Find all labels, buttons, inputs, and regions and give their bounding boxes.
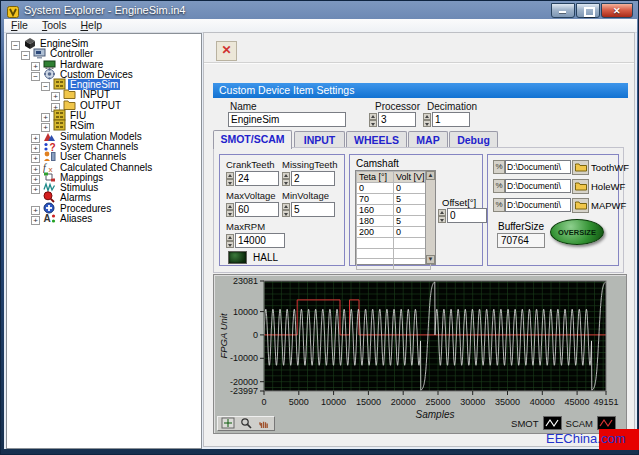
table-cell[interactable]: 160	[357, 205, 394, 216]
crankteeth-input[interactable]	[235, 171, 279, 186]
table-row[interactable]	[357, 259, 431, 270]
tree-item-simulation-models[interactable]: +Simulation Models	[7, 130, 201, 140]
maxrpm-spinner[interactable]	[226, 234, 234, 248]
table-cell[interactable]	[357, 238, 394, 249]
name-label: Name	[230, 101, 257, 112]
aliases-icon: A	[43, 212, 56, 224]
folder-icon	[575, 182, 587, 191]
maximize-button[interactable]	[576, 3, 600, 18]
tree-item-system-channels[interactable]: +?System Channels	[7, 140, 201, 150]
waveform-plot: 23081100000-10000-20000-2399705000100001…	[214, 275, 626, 433]
table-cell[interactable]: 0	[357, 183, 394, 194]
tab-wheels[interactable]: WHEELS	[346, 131, 407, 148]
table-cell[interactable]: 200	[357, 227, 394, 238]
processor-spinner[interactable]	[369, 113, 377, 127]
tree-item-output[interactable]: +OUTPUT	[7, 99, 201, 109]
camshaft-table[interactable]: Teta [°]Volt [V]00705160018052000▲▼	[355, 170, 436, 265]
close-button[interactable]: ✕	[601, 3, 633, 18]
plot-area[interactable]: 23081100000-10000-20000-2399705000100001…	[214, 275, 626, 433]
menu-tools[interactable]: Tools	[35, 19, 74, 32]
camshaft-table-grid[interactable]: Teta [°]Volt [V]00705160018052000	[356, 171, 431, 270]
table-row[interactable]: 2000	[357, 227, 431, 238]
tree-item-rsim[interactable]: +RSim	[7, 119, 201, 129]
table-cell[interactable]: 180	[357, 216, 394, 227]
scroll-down-icon[interactable]: ▼	[426, 255, 435, 264]
menubar: FileToolsHelp	[4, 19, 637, 33]
tree-item-calculated-channels[interactable]: +fxCalculated Channels	[7, 161, 201, 171]
missingteeth-field: MissingTeeth	[282, 159, 337, 186]
table-cell[interactable]	[357, 248, 394, 259]
svg-text:0: 0	[261, 397, 266, 407]
tree-item-enginesim[interactable]: −EngineSim	[7, 37, 201, 47]
name-input[interactable]	[228, 112, 346, 127]
table-row[interactable]: 1805	[357, 216, 431, 227]
tree-item-controller[interactable]: −Controller	[7, 47, 201, 57]
collapse-icon[interactable]: −	[11, 41, 20, 50]
system-tree[interactable]: −EngineSim−Controller+Hardware−Custom De…	[6, 33, 202, 449]
minvoltage-field: MinVoltage	[282, 190, 335, 217]
titlebar[interactable]: System Explorer - EngineSim.in4 ✕	[1, 1, 638, 19]
close-icon: ✕	[613, 6, 621, 16]
table-scrollbar[interactable]: ▲▼	[425, 171, 435, 264]
table-row[interactable]	[357, 238, 431, 249]
window-title: System Explorer - EngineSim.in4	[24, 4, 185, 16]
crosshair-button[interactable]	[220, 418, 236, 430]
missingteeth-spinner[interactable]	[282, 172, 290, 186]
tree-item-alarms[interactable]: Alarms	[7, 191, 201, 201]
hall-led-button[interactable]	[228, 251, 247, 264]
offset-input[interactable]	[447, 208, 487, 223]
minimize-button[interactable]	[551, 3, 575, 18]
processor-input[interactable]	[378, 112, 416, 127]
crankteeth-spinner[interactable]	[226, 172, 234, 186]
svg-text:23081: 23081	[233, 276, 258, 286]
browse-folder-button[interactable]	[572, 198, 589, 213]
scroll-up-icon[interactable]: ▲	[426, 171, 435, 180]
table-row[interactable]: 00	[357, 183, 431, 194]
mapwf-path-input[interactable]	[505, 198, 571, 212]
holewf-path-input[interactable]	[505, 179, 571, 193]
offset-field	[438, 208, 487, 223]
maxrpm-input[interactable]	[235, 233, 285, 248]
tab-map[interactable]: MAP	[408, 131, 448, 148]
oversize-button[interactable]: OVERSIZE	[550, 219, 604, 245]
browse-folder-button[interactable]	[572, 160, 589, 175]
close-page-button[interactable]: ✕	[216, 41, 237, 61]
toothwf-path-input[interactable]	[505, 160, 571, 174]
tree-item-hardware[interactable]: +Hardware	[7, 58, 201, 68]
tab-debug[interactable]: Debug	[449, 131, 498, 148]
decimation-input[interactable]	[432, 112, 470, 127]
tree-item-input[interactable]: +INPUT	[7, 88, 201, 98]
folder-icon	[575, 201, 587, 210]
menu-help[interactable]: Help	[73, 19, 109, 32]
collapse-icon[interactable]: −	[31, 72, 40, 81]
menu-file[interactable]: File	[4, 19, 35, 32]
table-row[interactable]: 705	[357, 194, 431, 205]
expand-icon[interactable]: +	[31, 216, 40, 225]
graph-legend: SMOTSCAM	[511, 416, 616, 430]
minvoltage-input[interactable]	[291, 202, 335, 217]
legend-swatch-smot[interactable]	[543, 416, 562, 430]
table-row[interactable]: 1600	[357, 205, 431, 216]
missingteeth-input[interactable]	[291, 171, 335, 186]
pan-hand-button[interactable]	[256, 418, 272, 430]
tree-item-procedures[interactable]: +Procedures	[7, 202, 201, 212]
tab-smot-scam[interactable]: SMOT/SCAM	[213, 130, 292, 149]
zoom-button[interactable]	[238, 418, 254, 430]
browse-folder-button[interactable]	[572, 179, 589, 194]
tree-item-user-channels[interactable]: +User Channels	[7, 150, 201, 160]
table-cell[interactable]	[357, 259, 394, 270]
tree-item-mappings[interactable]: +Mappings	[7, 171, 201, 181]
offset-spinner[interactable]	[438, 209, 446, 223]
minvoltage-spinner[interactable]	[282, 203, 290, 217]
maxvoltage-input[interactable]	[235, 202, 279, 217]
tab-input[interactable]: INPUT	[294, 131, 345, 148]
table-row[interactable]	[357, 248, 431, 259]
legend-swatch-scam[interactable]	[597, 416, 616, 430]
svg-text:45000: 45000	[565, 397, 590, 407]
collapse-icon[interactable]: −	[41, 82, 50, 91]
tree-item-custom-devices[interactable]: −Custom Devices	[7, 68, 201, 78]
table-cell[interactable]: 70	[357, 194, 394, 205]
collapse-icon[interactable]: −	[21, 51, 30, 60]
maxvoltage-spinner[interactable]	[226, 203, 234, 217]
decimation-spinner[interactable]	[423, 113, 431, 127]
